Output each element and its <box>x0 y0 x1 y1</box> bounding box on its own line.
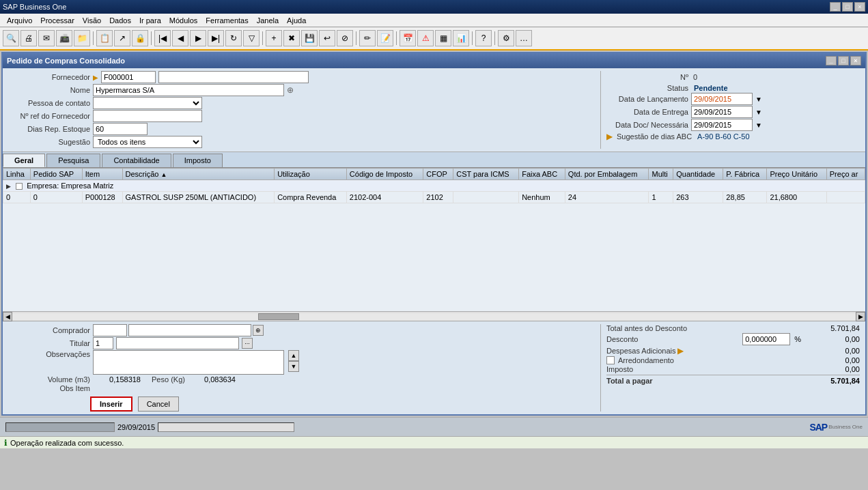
comprador-name-input[interactable] <box>128 324 251 336</box>
nref-input[interactable] <box>93 110 202 122</box>
toolbar-chart-btn[interactable]: 📊 <box>453 30 469 46</box>
toolbar-del-btn[interactable]: ✖ <box>283 30 300 46</box>
scrollbar-thumb[interactable] <box>258 313 299 320</box>
tab-imposto[interactable]: Imposto <box>173 154 223 167</box>
toolbar-search-btn[interactable]: 🔍 <box>3 30 19 46</box>
toolbar-new-btn[interactable]: + <box>266 30 282 46</box>
sep2 <box>151 31 152 45</box>
toolbar-fax-btn[interactable]: 📠 <box>56 30 72 46</box>
toolbar-save-btn[interactable]: 💾 <box>301 30 318 46</box>
toolbar-warn-btn[interactable]: ⚠ <box>417 30 434 46</box>
h-scrollbar[interactable]: ◀ ▶ <box>3 311 865 321</box>
toolbar-email-btn[interactable]: ✉ <box>38 30 55 46</box>
minimize-btn[interactable]: _ <box>830 2 841 12</box>
col-cfop: CFOP <box>423 169 453 180</box>
menu-ajuda[interactable]: Ajuda <box>283 15 310 26</box>
menu-modulos[interactable]: Módulos <box>165 15 202 26</box>
window-title: Pedido de Compras Consolidado <box>7 57 125 65</box>
scroll-left-btn[interactable]: ◀ <box>3 312 12 321</box>
data-lanc-dropdown[interactable]: ▼ <box>755 96 762 103</box>
toolbar-nav-next[interactable]: ▶ <box>190 30 206 46</box>
volume-row: Volume (m3) 0,158318 Peso (Kg) 0,083634 <box>8 375 600 384</box>
pessoa-select[interactable] <box>93 97 202 109</box>
tab-contabilidade[interactable]: Contabilidade <box>102 154 171 167</box>
sugestao-label: Sugestão <box>8 138 90 146</box>
toolbar-copy-btn[interactable]: 📋 <box>96 30 113 46</box>
sugestao-abc-icon[interactable]: ▶ <box>606 132 613 141</box>
no-input <box>691 71 746 83</box>
volume-value: 0,158318 <box>93 375 141 384</box>
menu-ferramentas[interactable]: Ferramentas <box>201 15 252 26</box>
menu-arquivo[interactable]: Arquivo <box>3 15 36 26</box>
toolbar-more-btn[interactable]: … <box>516 30 532 46</box>
data-entrega-input[interactable] <box>691 106 753 118</box>
sep6 <box>472 31 473 45</box>
col-faixaabc: Faixa ABC <box>519 169 565 180</box>
menu-processar[interactable]: Processar <box>36 15 79 26</box>
col-precoar: Preço ar <box>826 169 865 180</box>
win-minimize[interactable]: _ <box>826 56 837 66</box>
win-close[interactable]: × <box>850 56 861 66</box>
toolbar-nav-prev[interactable]: ◀ <box>172 30 188 46</box>
toolbar-print-btn[interactable]: 🖨 <box>20 30 37 46</box>
maximize-btn[interactable]: □ <box>842 2 853 12</box>
tab-pesquisa[interactable]: Pesquisa <box>46 154 100 167</box>
toolbar-grid-btn[interactable]: ▦ <box>435 30 451 46</box>
desconto-inputs: % 0,00 <box>742 333 860 345</box>
data-entrega-dropdown[interactable]: ▼ <box>755 109 762 116</box>
toolbar-undo-btn[interactable]: ↩ <box>319 30 335 46</box>
comprador-input[interactable] <box>93 324 127 336</box>
titular-btn[interactable]: ··· <box>242 338 253 349</box>
data-lanc-input[interactable] <box>691 93 753 105</box>
obs-textarea[interactable] <box>93 350 284 375</box>
tab-geral[interactable]: Geral <box>3 154 45 167</box>
despesas-icon[interactable]: ▶ <box>677 346 684 356</box>
dias-input[interactable] <box>93 123 148 135</box>
menu-irpara[interactable]: Ir para <box>135 15 165 26</box>
toolbar-cal-btn[interactable]: 📅 <box>400 30 416 46</box>
toolbar-arrow-btn[interactable]: ↗ <box>114 30 130 46</box>
obs-scroll-down[interactable]: ▼ <box>288 361 299 372</box>
status-bar: 29/09/2015 SAP Business One <box>0 417 868 436</box>
titular-name-input[interactable] <box>116 337 239 349</box>
menu-janela[interactable]: Janela <box>253 15 283 26</box>
cell-qtdembalagem: 24 <box>565 192 649 203</box>
sugestao-select[interactable]: Todos os itens <box>93 136 202 148</box>
data-doc-dropdown[interactable]: ▼ <box>755 121 762 129</box>
group-expand-icon[interactable]: ▶ <box>6 183 11 190</box>
col-linha: Linha <box>3 169 31 180</box>
scrollbar-track[interactable] <box>12 313 856 320</box>
win-maximize[interactable]: □ <box>838 56 849 66</box>
grid-container[interactable]: Linha Pedido SAP Item Descrição ▲ Utiliz… <box>3 168 865 311</box>
data-doc-input[interactable] <box>691 119 753 131</box>
toolbar-cfg-btn[interactable]: ⚙ <box>498 30 514 46</box>
toolbar-cancel-btn[interactable]: ⊘ <box>337 30 353 46</box>
toolbar-filter-btn[interactable]: ▽ <box>243 30 260 46</box>
toolbar-edit-btn[interactable]: ✏ <box>359 30 376 46</box>
menu-bar: Arquivo Processar Visão Dados Ir para Mó… <box>0 14 868 27</box>
arredondamento-checkbox[interactable] <box>606 356 615 364</box>
obs-scroll-up[interactable]: ▲ <box>288 350 299 361</box>
scroll-right-btn[interactable]: ▶ <box>856 312 865 321</box>
titular-input[interactable] <box>93 337 113 349</box>
toolbar-file-btn[interactable]: 📁 <box>74 30 90 46</box>
inserir-button[interactable]: Inserir <box>90 397 132 412</box>
nome-input[interactable] <box>93 84 284 96</box>
table-row[interactable]: 0 0 P000128 GASTROL SUSP 250ML (ANTIACID… <box>3 192 865 203</box>
fornecedor-input[interactable] <box>101 71 156 83</box>
toolbar-nav-last[interactable]: ▶| <box>208 30 224 46</box>
desconto-input[interactable] <box>742 333 790 345</box>
toolbar-refresh-btn[interactable]: ↻ <box>225 30 242 46</box>
menu-visao[interactable]: Visão <box>79 15 105 26</box>
toolbar-note-btn[interactable]: 📝 <box>377 30 393 46</box>
col-utilizacao: Utilização <box>275 169 347 180</box>
toolbar-nav-first[interactable]: |◀ <box>154 30 171 46</box>
fornecedor-name-input[interactable] <box>158 71 309 83</box>
menu-dados[interactable]: Dados <box>105 15 135 26</box>
close-btn[interactable]: × <box>854 2 865 12</box>
toolbar-help-btn[interactable]: ? <box>475 30 492 46</box>
cancel-button[interactable]: Cancel <box>138 397 179 412</box>
comprador-lookup-btn[interactable]: ⊕ <box>253 325 264 336</box>
volume-label: Volume (m3) <box>8 375 90 384</box>
toolbar-lock-btn[interactable]: 🔒 <box>132 30 148 46</box>
